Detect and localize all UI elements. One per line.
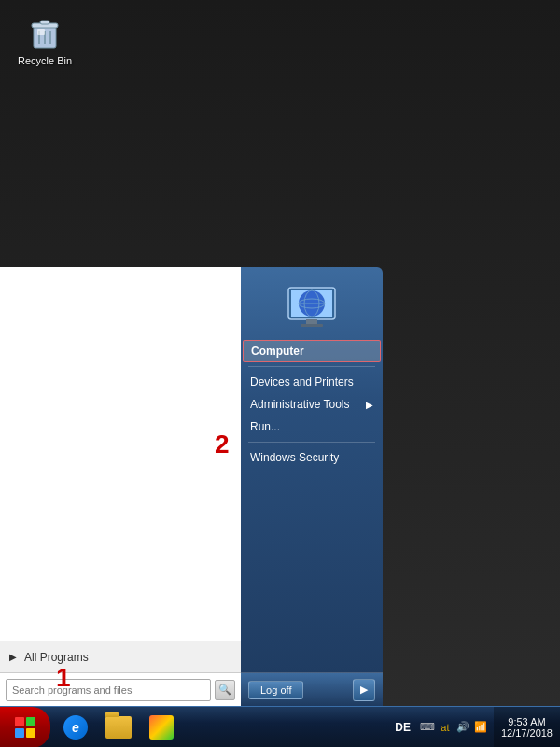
all-programs-label: All Programs xyxy=(24,651,89,664)
search-bar: 🔍 xyxy=(0,672,241,706)
recycle-bin-icon xyxy=(26,14,63,51)
desktop: Recycle Bin 2 ▶ All Programs 🔍 xyxy=(0,0,560,747)
taskbar-right: DE ⌨ at 🔊 📶 9:53 AM 12/17/2018 xyxy=(391,707,560,747)
taskbar-item-ie[interactable]: e xyxy=(56,710,95,745)
windows-security-label: Windows Security xyxy=(250,451,339,464)
svg-rect-14 xyxy=(301,324,323,327)
clock-time: 9:53 AM xyxy=(508,716,545,727)
start-menu-left-panel: ▶ All Programs 🔍 xyxy=(0,267,241,706)
administrative-tools-arrow-icon: ▶ xyxy=(366,400,373,410)
taskbar-item-file-manager[interactable] xyxy=(99,710,138,745)
menu-divider-1 xyxy=(248,366,375,367)
menu-divider-2 xyxy=(248,442,375,443)
ie-icon: e xyxy=(63,715,88,740)
taskbar-item-paint[interactable] xyxy=(142,710,181,745)
tray-icon-4[interactable]: 📶 xyxy=(473,720,488,735)
computer-icon-area xyxy=(241,276,383,334)
tray-icon-2[interactable]: at xyxy=(438,720,453,735)
svg-rect-2 xyxy=(40,21,49,24)
search-button[interactable]: 🔍 xyxy=(215,680,235,700)
start-menu-right-panel: Computer Devices and Printers Administra… xyxy=(241,267,383,706)
computer-label: Computer xyxy=(251,345,304,358)
windows-logo-icon xyxy=(15,717,35,738)
logoff-button[interactable]: Log off xyxy=(248,681,303,699)
windows-security-menu-item[interactable]: Windows Security xyxy=(241,446,383,469)
tray-icon-3[interactable]: 🔊 xyxy=(455,720,470,735)
taskbar: e DE ⌨ at 🔊 📶 9:53 AM 12/17/2018 xyxy=(0,706,560,747)
menu-spacer xyxy=(241,469,383,672)
paint-icon xyxy=(149,715,174,740)
svg-rect-13 xyxy=(306,319,317,324)
recycle-bin-label: Recycle Bin xyxy=(18,55,72,66)
language-indicator[interactable]: DE xyxy=(391,721,414,734)
file-manager-icon xyxy=(105,716,132,739)
tray-icon-1[interactable]: ⌨ xyxy=(420,720,435,735)
clock[interactable]: 9:53 AM 12/17/2018 xyxy=(494,707,560,747)
start-menu-programs-area xyxy=(0,267,241,641)
system-tray: ⌨ at 🔊 📶 xyxy=(420,720,488,735)
administrative-tools-menu-item[interactable]: Administrative Tools ▶ xyxy=(241,393,383,416)
computer-icon xyxy=(284,284,340,331)
all-programs-button[interactable]: ▶ All Programs xyxy=(0,641,241,672)
devices-printers-label: Devices and Printers xyxy=(250,375,354,388)
devices-printers-menu-item[interactable]: Devices and Printers xyxy=(241,371,383,393)
clock-date: 12/17/2018 xyxy=(501,727,553,739)
search-input[interactable] xyxy=(6,679,211,701)
administrative-tools-label: Administrative Tools xyxy=(250,398,350,411)
all-programs-arrow-icon: ▶ xyxy=(9,652,17,662)
start-menu: ▶ All Programs 🔍 xyxy=(0,267,383,706)
logoff-bar: Log off ▶ xyxy=(241,672,383,706)
computer-menu-item[interactable]: Computer xyxy=(243,340,381,362)
power-button[interactable]: ▶ xyxy=(353,679,375,701)
run-menu-item[interactable]: Run... xyxy=(241,416,383,438)
run-label: Run... xyxy=(250,420,280,433)
svg-rect-6 xyxy=(37,29,45,35)
start-button[interactable] xyxy=(0,707,50,748)
recycle-bin[interactable]: Recycle Bin xyxy=(17,14,73,66)
